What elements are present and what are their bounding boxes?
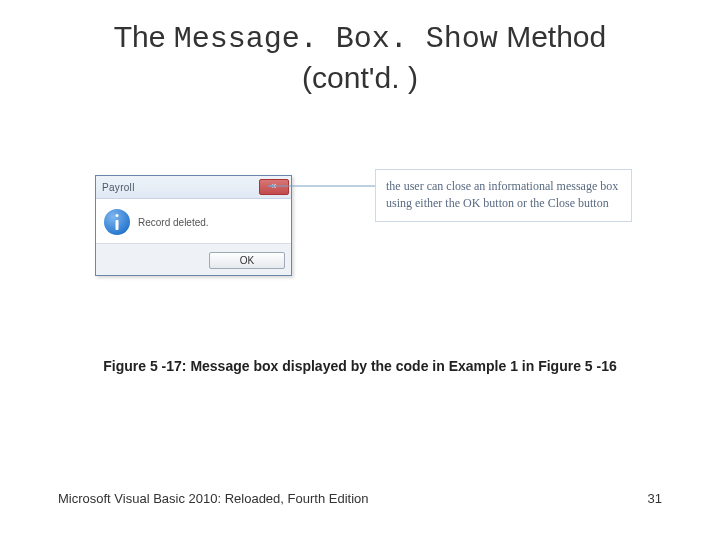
ok-button[interactable]: OK: [209, 252, 285, 269]
title-suffix: Method: [498, 20, 606, 53]
title-code: Message. Box. Show: [174, 22, 498, 56]
messagebox-titlebar: Payroll ×: [96, 176, 291, 199]
messagebox-footer: OK: [96, 243, 291, 275]
messagebox-window: Payroll × Record deleted. OK: [95, 175, 292, 276]
messagebox-text: Record deleted.: [138, 217, 209, 228]
slide-footer: Microsoft Visual Basic 2010: Reloaded, F…: [0, 491, 720, 506]
info-icon: [104, 209, 130, 235]
figure-area: Payroll × Record deleted. OK the user ca…: [95, 175, 655, 335]
title-prefix: The: [114, 20, 174, 53]
title-line2: (cont'd. ): [302, 61, 418, 94]
slide-title: The Message. Box. Show Method (cont'd. ): [0, 0, 720, 96]
messagebox-title: Payroll: [102, 182, 135, 193]
footer-book-title: Microsoft Visual Basic 2010: Reloaded, F…: [58, 491, 368, 506]
annotation-callout: the user can close an informational mess…: [375, 169, 632, 222]
page-number: 31: [648, 491, 662, 506]
close-button[interactable]: ×: [259, 179, 289, 195]
figure-caption: Figure 5 -17: Message box displayed by t…: [0, 358, 720, 374]
slide: The Message. Box. Show Method (cont'd. )…: [0, 0, 720, 540]
messagebox-body: Record deleted.: [96, 199, 291, 243]
